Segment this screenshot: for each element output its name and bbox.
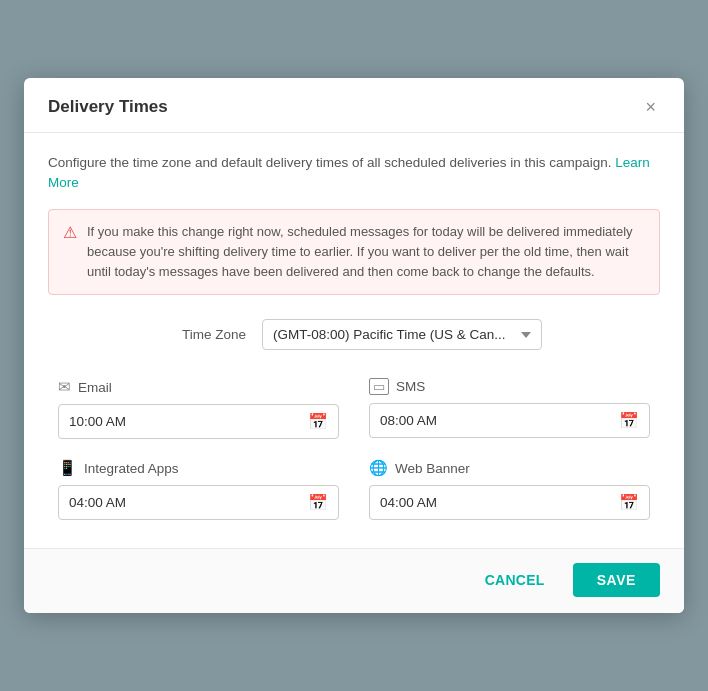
email-time-input[interactable] — [69, 414, 308, 429]
modal-footer: CANCEL SAVE — [24, 548, 684, 613]
delivery-item-web-banner: 🌐 Web Banner 📅 — [369, 459, 650, 520]
close-button[interactable]: × — [641, 96, 660, 118]
modal-body: Configure the time zone and default deli… — [24, 133, 684, 521]
timezone-select[interactable]: (GMT-08:00) Pacific Time (US & Can... — [262, 319, 542, 350]
sms-icon: ▭ — [369, 378, 389, 395]
alert-box: ⚠ If you make this change right now, sch… — [48, 209, 660, 295]
timezone-label: Time Zone — [166, 327, 246, 342]
email-label: Email — [78, 380, 112, 395]
sms-calendar-icon[interactable]: 📅 — [619, 411, 639, 430]
web-banner-time-input[interactable] — [380, 495, 619, 510]
integrated-apps-icon: 📱 — [58, 459, 77, 477]
email-icon: ✉ — [58, 378, 71, 396]
modal-description: Configure the time zone and default deli… — [48, 153, 660, 194]
sms-time-input[interactable] — [380, 413, 619, 428]
cancel-button[interactable]: CANCEL — [469, 564, 561, 596]
sms-label: SMS — [396, 379, 425, 394]
integrated-apps-label: Integrated Apps — [84, 461, 179, 476]
sms-time-field: 📅 — [369, 403, 650, 438]
email-calendar-icon[interactable]: 📅 — [308, 412, 328, 431]
email-time-field: 📅 — [58, 404, 339, 439]
integrated-apps-calendar-icon[interactable]: 📅 — [308, 493, 328, 512]
delivery-item-integrated-apps: 📱 Integrated Apps 📅 — [58, 459, 339, 520]
web-banner-calendar-icon[interactable]: 📅 — [619, 493, 639, 512]
integrated-apps-time-input[interactable] — [69, 495, 308, 510]
timezone-row: Time Zone (GMT-08:00) Pacific Time (US &… — [48, 319, 660, 350]
modal-title: Delivery Times — [48, 97, 168, 117]
modal-overlay: Delivery Times × Configure the time zone… — [0, 0, 708, 691]
web-banner-label: Web Banner — [395, 461, 470, 476]
delivery-item-sms: ▭ SMS 📅 — [369, 378, 650, 439]
delivery-grid: ✉ Email 📅 ▭ SMS 📅 — [48, 378, 660, 520]
delivery-item-email: ✉ Email 📅 — [58, 378, 339, 439]
web-banner-time-field: 📅 — [369, 485, 650, 520]
save-button[interactable]: SAVE — [573, 563, 660, 597]
alert-text: If you make this change right now, sched… — [87, 222, 645, 282]
modal-dialog: Delivery Times × Configure the time zone… — [24, 78, 684, 614]
warning-icon: ⚠ — [63, 223, 77, 242]
modal-header: Delivery Times × — [24, 78, 684, 133]
integrated-apps-time-field: 📅 — [58, 485, 339, 520]
web-banner-icon: 🌐 — [369, 459, 388, 477]
